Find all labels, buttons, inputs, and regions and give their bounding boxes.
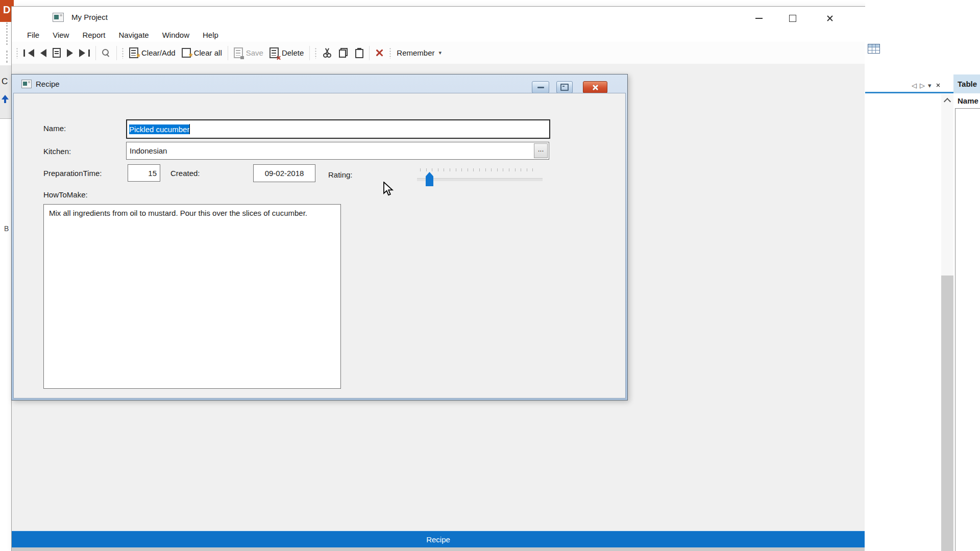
grid-icon[interactable]	[868, 44, 880, 54]
remember-button[interactable]: Remember ▾	[394, 45, 445, 61]
recipe-window-title: Recipe	[36, 80, 60, 88]
previous-record-icon	[40, 49, 46, 57]
tab-prev-button[interactable]: ◁	[912, 82, 917, 89]
kitchen-label: Kitchen:	[43, 147, 71, 156]
status-bar-label: Recipe	[426, 535, 450, 544]
record-list-button[interactable]	[50, 45, 64, 61]
toolbar-grip[interactable]	[16, 47, 18, 59]
toolbar-separator	[369, 46, 370, 60]
rating-slider[interactable]	[416, 167, 544, 188]
menu-help[interactable]: Help	[196, 31, 225, 39]
first-record-icon	[23, 49, 25, 57]
document-tab-nav: ◁ ▷ ▾	[912, 80, 942, 91]
delete-button[interactable]: Delete	[266, 45, 307, 61]
maximize-button[interactable]	[782, 12, 803, 25]
search-icon	[102, 48, 111, 58]
name-input[interactable]: Pickled cucumber	[126, 119, 550, 139]
kitchen-input[interactable]	[126, 142, 549, 160]
desktop: D C B My Project File View Report Naviga…	[0, 0, 980, 551]
chevron-up-icon[interactable]	[944, 98, 951, 105]
arrow-up-icon	[2, 95, 9, 103]
name-label: Name:	[43, 124, 66, 133]
clear-all-icon: *	[182, 48, 191, 58]
save-label: Save	[246, 48, 263, 57]
table-list[interactable]	[955, 108, 980, 551]
recipe-maximize-button[interactable]	[556, 81, 573, 93]
copy-button[interactable]	[335, 45, 351, 61]
next-record-button[interactable]	[64, 45, 76, 61]
toolbar-separator	[309, 46, 310, 60]
name-selected-text: Pickled cucumber	[129, 124, 189, 134]
maximize-icon	[560, 84, 569, 91]
how-to-make-textarea[interactable]: Mix all ingredients from oil to mustard.…	[43, 204, 341, 389]
clear-add-label: Clear/Add	[141, 48, 176, 57]
recipe-close-button[interactable]	[583, 81, 607, 93]
slider-track[interactable]	[417, 178, 543, 181]
clear-all-label: Clear all	[194, 48, 222, 57]
left-dock-tab[interactable]: C	[0, 65, 12, 119]
menu-file[interactable]: File	[20, 31, 46, 39]
kitchen-browse-button[interactable]: ...	[534, 143, 548, 158]
delete-x-button[interactable]	[372, 45, 387, 61]
search-button[interactable]	[99, 45, 114, 61]
left-edge-partial-text: B	[4, 224, 9, 233]
paste-button[interactable]	[351, 45, 366, 61]
remember-dropdown-icon: ▾	[438, 49, 442, 56]
save-icon	[234, 47, 243, 58]
toolbar-grip[interactable]	[121, 47, 124, 59]
minimize-button[interactable]	[749, 12, 769, 25]
main-window-title: My Project	[71, 13, 108, 21]
taskbar-app-glyph: D	[3, 4, 10, 16]
delete-icon	[270, 47, 279, 58]
scrollbar-thumb[interactable]	[941, 276, 953, 551]
delete-x-icon	[375, 48, 384, 57]
maximize-icon	[789, 15, 796, 22]
toolbar-separator	[116, 46, 117, 60]
left-dock-tab-label: C	[2, 77, 8, 87]
tab-next-button[interactable]: ▷	[920, 82, 925, 89]
toolbar-grip[interactable]	[389, 47, 391, 59]
rating-label: Rating:	[328, 170, 353, 179]
text-caret	[189, 124, 190, 134]
window-form-icon	[53, 13, 64, 22]
close-icon	[826, 15, 834, 22]
table-column-header: Name	[958, 96, 978, 105]
menu-view[interactable]: View	[46, 31, 76, 39]
preparation-time-label: PreparationTime:	[43, 169, 102, 178]
recipe-minimize-button[interactable]	[532, 81, 549, 93]
next-record-icon	[67, 49, 73, 57]
tab-menu-button[interactable]: ▾	[928, 82, 932, 89]
tab-close-button[interactable]	[936, 83, 940, 87]
remember-label: Remember	[397, 48, 434, 57]
minimize-icon	[537, 87, 544, 88]
menu-report[interactable]: Report	[76, 31, 112, 39]
table-panel-caption[interactable]: Table	[953, 74, 980, 93]
left-grip-dots	[6, 22, 8, 45]
clear-all-button[interactable]: * Clear all	[179, 45, 225, 61]
last-record-button[interactable]	[76, 45, 93, 61]
window-bottom-strip	[12, 547, 865, 551]
clear-add-button[interactable]: * Clear/Add	[126, 45, 179, 61]
created-label: Created:	[170, 169, 200, 178]
slider-thumb[interactable]	[426, 172, 433, 186]
tab-accent-line	[865, 92, 953, 93]
toolbar-grip[interactable]	[314, 47, 317, 59]
menu-navigate[interactable]: Navigate	[112, 31, 155, 39]
main-window-titlebar[interactable]: My Project	[12, 7, 865, 28]
first-record-button[interactable]	[20, 45, 37, 61]
slider-ticks	[420, 168, 538, 171]
previous-record-button[interactable]	[37, 45, 50, 61]
toolbar-separator	[228, 46, 228, 60]
recipe-titlebar[interactable]: Recipe	[13, 76, 626, 93]
preparation-time-input[interactable]	[128, 164, 160, 182]
close-button[interactable]	[820, 12, 840, 25]
cut-button[interactable]	[319, 45, 335, 61]
cut-icon	[322, 48, 332, 58]
save-button[interactable]: Save	[231, 45, 266, 61]
created-input[interactable]	[253, 164, 315, 182]
toolbar: * Clear/Add * Clear all Save Delete Reme…	[12, 42, 865, 64]
status-bar: Recipe	[12, 531, 865, 547]
paste-icon	[354, 48, 363, 58]
vertical-scrollbar[interactable]	[941, 94, 953, 551]
menu-window[interactable]: Window	[156, 31, 196, 39]
